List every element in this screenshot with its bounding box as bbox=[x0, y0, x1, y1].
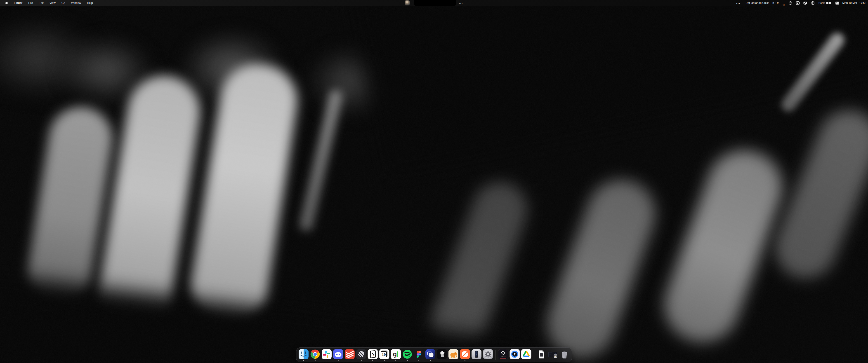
google-drive-icon bbox=[521, 349, 531, 359]
dock-item-one-password[interactable] bbox=[509, 349, 520, 359]
dock-item-raycast[interactable]: raycast bbox=[498, 349, 508, 359]
ellipsis-icon: ••• bbox=[736, 1, 740, 5]
apple-menu[interactable] bbox=[3, 0, 11, 6]
wallpaper bbox=[0, 0, 868, 363]
dock-item-discord[interactable] bbox=[333, 349, 343, 359]
dock: N10graycast11 bbox=[296, 348, 572, 362]
dock-item-iphone-mirroring[interactable] bbox=[471, 349, 482, 359]
dock-item-postman[interactable] bbox=[460, 349, 470, 359]
running-indicator-dot bbox=[407, 360, 408, 361]
menu-view[interactable]: View bbox=[46, 0, 59, 6]
dock-item-finder[interactable] bbox=[298, 349, 309, 359]
menu-file[interactable]: File bbox=[25, 0, 36, 6]
running-indicator-dot bbox=[372, 360, 373, 361]
dock-item-figma[interactable] bbox=[414, 349, 424, 359]
todoist-icon bbox=[344, 349, 355, 359]
figma-icon bbox=[414, 349, 424, 359]
battery-charging-icon bbox=[826, 2, 832, 4]
running-indicator-dot bbox=[303, 360, 304, 361]
dock-item-screenshot-file[interactable]: 11 bbox=[548, 349, 558, 359]
running-indicator-dot bbox=[418, 360, 419, 361]
control-center-icon bbox=[835, 1, 839, 5]
granola-icon: g bbox=[391, 349, 401, 359]
apple-logo-icon bbox=[5, 1, 8, 5]
display-menu-item[interactable] bbox=[803, 0, 807, 6]
running-indicator-dot bbox=[361, 360, 362, 361]
menu-bar-status: ••• Dar jantar do Chico · in 2 m g bbox=[736, 0, 866, 6]
menu-finder[interactable]: Finder bbox=[11, 0, 25, 6]
dock-item-slack[interactable] bbox=[321, 349, 332, 359]
capture-menu-item[interactable] bbox=[796, 0, 800, 6]
one-password-menu-item[interactable] bbox=[811, 0, 815, 6]
chrome-icon bbox=[310, 349, 320, 359]
desktop: FinderFileEditViewGoWindowHelp ••• ••• D… bbox=[0, 0, 868, 363]
clock-date: Mon 10 Mar bbox=[842, 1, 857, 4]
dock-item-notion-calendar[interactable]: 10 bbox=[379, 349, 390, 359]
menu-window[interactable]: Window bbox=[68, 0, 84, 6]
menu-go[interactable]: Go bbox=[59, 0, 68, 6]
granola-menu-item[interactable]: g bbox=[783, 0, 785, 6]
battery-menu-item[interactable]: 100% bbox=[818, 0, 832, 6]
trash-icon bbox=[559, 349, 569, 359]
capture-shape-icon bbox=[796, 1, 800, 5]
svg-text:g: g bbox=[393, 350, 397, 358]
screenshot-file-icon: 11 bbox=[548, 349, 558, 359]
notion-icon: N bbox=[368, 349, 378, 359]
svg-text:N: N bbox=[371, 352, 375, 357]
display-mirroring-icon bbox=[803, 1, 807, 5]
linear-icon bbox=[356, 349, 366, 359]
menu-bar-clock[interactable]: Mon 10 Mar 17:58 bbox=[842, 0, 866, 6]
wallpaper-shadow bbox=[347, 0, 868, 178]
spotify-icon bbox=[402, 349, 412, 359]
discord-icon bbox=[333, 349, 343, 359]
dock-item-todoist[interactable] bbox=[344, 349, 355, 359]
running-indicator-dot bbox=[338, 360, 339, 361]
status-overflow[interactable]: ••• bbox=[736, 0, 740, 6]
dock-item-document-file[interactable] bbox=[536, 349, 547, 359]
ellipsis-icon: ••• bbox=[459, 1, 463, 5]
app-menu-list: FinderFileEditViewGoWindowHelp bbox=[11, 0, 96, 6]
dock-item-screen-windows-app[interactable] bbox=[425, 349, 436, 359]
dock-item-linear[interactable] bbox=[356, 349, 366, 359]
dock-item-black-3d-app[interactable] bbox=[437, 349, 447, 359]
menu-edit[interactable]: Edit bbox=[36, 0, 46, 6]
iphone-mirroring-icon bbox=[471, 349, 482, 359]
dock-item-chrome[interactable] bbox=[310, 349, 320, 359]
dock-item-trash[interactable] bbox=[559, 349, 569, 359]
reminder-menu-item[interactable]: Dar jantar do Chico · in 2 m bbox=[744, 0, 779, 6]
black-3d-app-icon bbox=[437, 349, 447, 359]
wallpaper-band bbox=[538, 170, 665, 363]
burst-menu-item[interactable] bbox=[789, 0, 793, 6]
clock-time: 17:58 bbox=[859, 1, 866, 4]
dock-separator bbox=[495, 350, 496, 360]
dock-item-notion[interactable]: N bbox=[368, 349, 378, 359]
burst-icon bbox=[789, 1, 793, 5]
avatar-menu-item[interactable] bbox=[405, 0, 410, 5]
svg-text:10: 10 bbox=[382, 352, 386, 357]
wallpaper-band bbox=[654, 140, 792, 352]
running-indicator-dot bbox=[395, 360, 396, 361]
one-password-icon bbox=[509, 349, 520, 359]
camera-notch bbox=[414, 0, 456, 6]
running-indicator-dot bbox=[384, 360, 385, 361]
dock-separator bbox=[534, 350, 534, 360]
dock-item-granola[interactable]: g bbox=[391, 349, 401, 359]
hidden-items-menu[interactable]: ••• bbox=[459, 0, 463, 6]
dock-item-postico[interactable] bbox=[448, 349, 459, 359]
finder-icon bbox=[298, 349, 309, 359]
dock-item-spotify[interactable] bbox=[402, 349, 412, 359]
svg-text:raycast: raycast bbox=[501, 355, 506, 357]
notion-calendar-icon: 10 bbox=[379, 349, 390, 359]
one-password-icon bbox=[811, 1, 815, 5]
text-cursor-icon bbox=[785, 3, 785, 6]
battery-percent: 100% bbox=[818, 1, 825, 4]
event-color-bar-icon bbox=[744, 2, 744, 4]
menu-help[interactable]: Help bbox=[84, 0, 96, 6]
postico-icon bbox=[448, 349, 459, 359]
dock-item-google-drive[interactable] bbox=[521, 349, 531, 359]
event-label: Dar jantar do Chico · in 2 m bbox=[746, 1, 779, 4]
running-indicator-dot bbox=[465, 360, 465, 361]
svg-text:11: 11 bbox=[555, 356, 556, 357]
control-center-menu-item[interactable] bbox=[835, 0, 839, 6]
dock-item-system-settings[interactable] bbox=[483, 349, 493, 359]
